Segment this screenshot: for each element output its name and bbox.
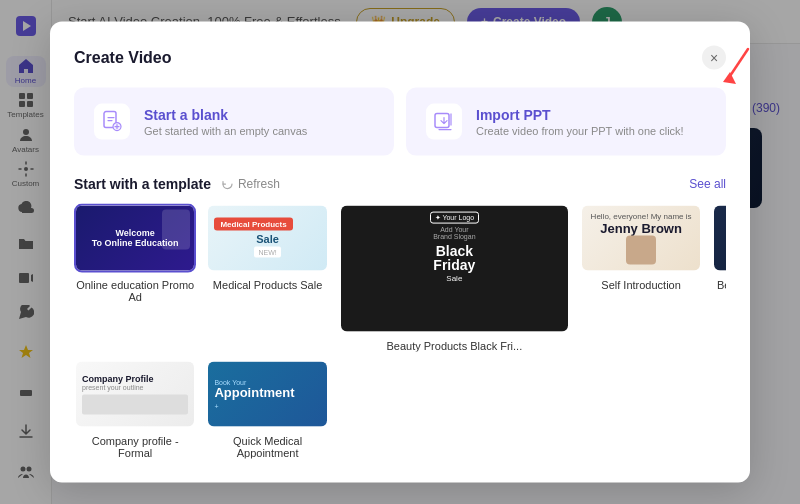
template-thumb-blackfriday: ✦ Your Logo Add YourBrand Slogan BlackFr… <box>339 204 570 334</box>
template-label-appointment: Quick Medical Appointment <box>206 434 328 458</box>
blank-option-title: Start a blank <box>144 107 307 123</box>
template-label-company: Company profile - Formal <box>74 434 196 458</box>
see-all-templates-link[interactable]: See all <box>689 177 726 191</box>
template-card-gifts[interactable]: Under $50 Best Gifts for Your Boyfriend … <box>712 204 726 352</box>
template-label-gifts: Best Gifts for Boyfriend <box>712 278 726 290</box>
template-label-edu: Online education Promo Ad <box>74 278 196 302</box>
template-thumb-gifts: Under $50 Best Gifts for Your Boyfriend <box>712 204 726 273</box>
templates-grid-row1: WelcomeTo Online Education Online educat… <box>74 204 726 352</box>
modal-header: Create Video × <box>74 46 726 70</box>
modal-close-button[interactable]: × <box>702 46 726 70</box>
ppt-option-title: Import PPT <box>476 107 684 123</box>
modal-options: Start a blank Get started with an empty … <box>74 88 726 156</box>
template-card-medical[interactable]: Medical Products Sale NEW! Medical Produ… <box>206 204 328 352</box>
template-section-header: Start with a template Refresh See all <box>74 176 726 192</box>
template-card-blackfriday[interactable]: ✦ Your Logo Add YourBrand Slogan BlackFr… <box>339 204 570 352</box>
ppt-icon <box>426 104 462 140</box>
template-thumb-company: Company Profile present your outline <box>74 360 196 429</box>
template-card-appointment[interactable]: Book Your Appointment + Quick Medical Ap… <box>206 360 328 459</box>
template-thumb-medical: Medical Products Sale NEW! <box>206 204 328 273</box>
create-video-modal: Create Video × Start a blank Get started… <box>50 22 750 483</box>
start-blank-option[interactable]: Start a blank Get started with an empty … <box>74 88 394 156</box>
blank-option-desc: Get started with an empty canvas <box>144 125 307 137</box>
templates-grid-row2: Company Profile present your outline Com… <box>74 360 726 459</box>
ppt-option-desc: Create video from your PPT with one clic… <box>476 125 684 137</box>
template-card-edu[interactable]: WelcomeTo Online Education Online educat… <box>74 204 196 352</box>
template-label-blackfriday: Beauty Products Black Fri... <box>339 340 570 352</box>
modal-title: Create Video <box>74 49 172 67</box>
refresh-icon <box>221 177 234 190</box>
template-label-medical: Medical Products Sale <box>206 278 328 290</box>
template-thumb-edu: WelcomeTo Online Education <box>74 204 196 273</box>
template-card-company[interactable]: Company Profile present your outline Com… <box>74 360 196 459</box>
template-card-intro[interactable]: Hello, everyone! My name is Jenny Brown … <box>580 204 702 352</box>
template-thumb-appointment: Book Your Appointment + <box>206 360 328 429</box>
blank-icon <box>94 104 130 140</box>
template-label-intro: Self Introduction <box>580 278 702 290</box>
refresh-button[interactable]: Refresh <box>221 177 280 191</box>
import-ppt-option[interactable]: Import PPT Create video from your PPT wi… <box>406 88 726 156</box>
template-thumb-intro: Hello, everyone! My name is Jenny Brown <box>580 204 702 273</box>
template-section-title: Start with a template <box>74 176 211 192</box>
